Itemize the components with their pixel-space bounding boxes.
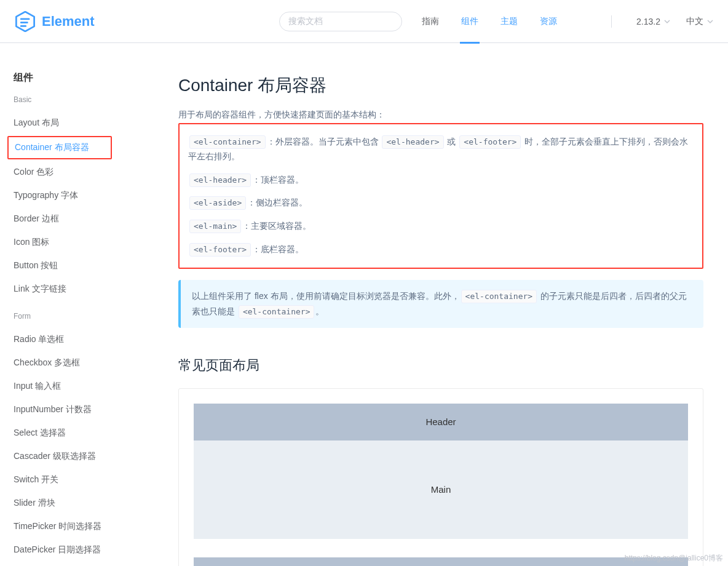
topbar-right: 2.13.2 中文 (603, 15, 713, 28)
page-intro: 用于布局的容器组件，方便快速搭建页面的基本结构： (178, 110, 703, 121)
definitions-highlight-box: <el-container>：外层容器。当子元素中包含 <el-header> … (178, 123, 703, 269)
demo-header-1: Header (194, 404, 688, 440)
sidebar-item-datepicker[interactable]: DatePicker 日期选择器 (14, 538, 160, 562)
sidebar-item-link[interactable]: Link 文字链接 (14, 277, 160, 301)
sidebar-item-slider[interactable]: Slider 滑块 (14, 492, 160, 515)
tag-el-footer: <el-footer> (459, 135, 521, 149)
svg-marker-0 (16, 12, 34, 31)
tag-el-main: <el-main> (189, 220, 241, 233)
demo-wrap: Header Main Header (178, 388, 703, 566)
sidebar-item-inputnumber[interactable]: InputNumber 计数器 (14, 398, 160, 421)
def-el-header: <el-header>：顶栏容器。 (188, 169, 694, 192)
sidebar-item-typography[interactable]: Typography 字体 (14, 184, 160, 207)
demo-gap (194, 539, 688, 557)
def-el-main: <el-main>：主要区域容器。 (188, 215, 694, 238)
tag-el-header: <el-header> (189, 173, 251, 187)
sidebar-item-switch[interactable]: Switch 开关 (14, 468, 160, 492)
def-el-footer: <el-footer>：底栏容器。 (188, 238, 694, 261)
page-body: 组件 Basic Layout 布局 Container 布局容器 Color … (0, 43, 728, 566)
language-label: 中文 (686, 16, 703, 27)
sidebar-item-timepicker[interactable]: TimePicker 时间选择器 (14, 515, 160, 538)
search-input[interactable]: 搜索文档 (279, 12, 402, 31)
section-title: 常见页面布局 (178, 356, 703, 375)
main-content: Container 布局容器 用于布局的容器组件，方便快速搭建页面的基本结构： … (160, 43, 728, 566)
sidebar-item-radio[interactable]: Radio 单选框 (14, 328, 160, 351)
nav-theme[interactable]: 主题 (499, 0, 519, 43)
sidebar-item-cascader[interactable]: Cascader 级联选择器 (14, 445, 160, 468)
top-nav: 指南 组件 主题 资源 (421, 0, 558, 43)
tag-el-container: <el-container> (461, 290, 537, 303)
sidebar-item-border[interactable]: Border 边框 (14, 207, 160, 231)
topbar: Element 搜索文档 指南 组件 主题 资源 2.13.2 中文 (0, 0, 728, 43)
nav-guide[interactable]: 指南 (421, 0, 440, 43)
sidebar-item-button[interactable]: Button 按钮 (14, 254, 160, 277)
sidebar-item-color[interactable]: Color 色彩 (14, 161, 160, 184)
nav-divider (611, 15, 612, 28)
version-select[interactable]: 2.13.2 (636, 17, 670, 26)
page-title: Container 布局容器 (178, 74, 703, 97)
tag-el-aside: <el-aside> (189, 196, 246, 210)
brand-logo[interactable]: Element (15, 11, 95, 32)
chevron-down-icon (664, 18, 670, 25)
nav-resource[interactable]: 资源 (539, 0, 558, 43)
demo-main-1: Main (194, 440, 688, 539)
tag-el-container: <el-container> (189, 135, 266, 149)
element-logo-icon (15, 11, 36, 32)
tag-el-header: <el-header> (382, 135, 443, 149)
sidebar-title: 组件 (14, 71, 160, 84)
sidebar-item-input[interactable]: Input 输入框 (14, 375, 160, 398)
brand-name: Element (42, 14, 95, 30)
sidebar-item-layout[interactable]: Layout 布局 (14, 111, 160, 135)
sidebar-item-icon[interactable]: Icon 图标 (14, 231, 160, 254)
sidebar-group-basic: Basic (14, 95, 160, 104)
search-placeholder: 搜索文档 (288, 16, 323, 27)
demo-header-2: Header (194, 557, 688, 566)
language-select[interactable]: 中文 (686, 16, 713, 27)
chevron-down-icon (707, 18, 713, 25)
version-label: 2.13.2 (636, 17, 660, 26)
sidebar-item-container[interactable]: Container 布局容器 (7, 136, 112, 159)
sidebar-item-checkbox[interactable]: Checkbox 多选框 (14, 351, 160, 375)
def-el-container: <el-container>：外层容器。当子元素中包含 <el-header> … (188, 130, 694, 169)
sidebar-item-select[interactable]: Select 选择器 (14, 421, 160, 445)
sidebar-group-form: Form (14, 312, 160, 321)
tag-el-container: <el-container> (239, 305, 315, 319)
tag-el-footer: <el-footer> (189, 243, 251, 257)
def-el-aside: <el-aside>：侧边栏容器。 (188, 191, 694, 215)
sidebar: 组件 Basic Layout 布局 Container 布局容器 Color … (0, 43, 160, 566)
nav-component[interactable]: 组件 (460, 0, 480, 43)
tip-box: 以上组件采用了 flex 布局，使用前请确定目标浏览器是否兼容。此外，<el-c… (178, 280, 703, 328)
